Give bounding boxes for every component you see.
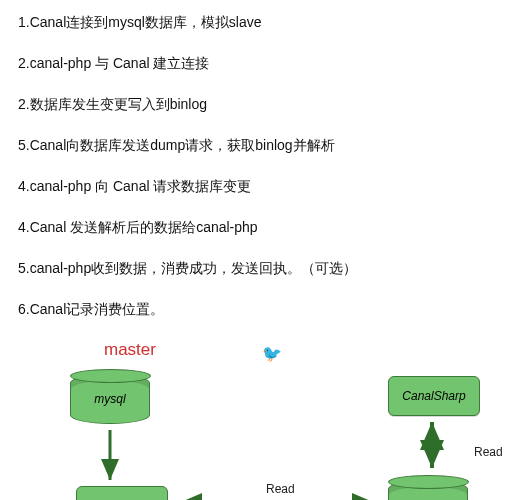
canal-node: Canal	[388, 480, 468, 500]
step-6: 4.Canal 发送解析后的数据给canal-php	[18, 217, 495, 238]
step-4: 5.Canal向数据库发送dump请求，获取binlog并解析	[18, 135, 495, 156]
step-7: 5.canal-php收到数据，消费成功，发送回执。（可选）	[18, 258, 495, 279]
mysql-node: mysql	[70, 374, 150, 424]
bird-icon: 🐦	[262, 344, 282, 363]
architecture-diagram: 🐦 master Slave mysql binlog CanalSharp C…	[18, 340, 495, 500]
master-label: master	[104, 340, 156, 360]
binlog-node: binlog	[76, 486, 168, 500]
step-3: 2.数据库发生变更写入到binlog	[18, 94, 495, 115]
canalsharp-node: CanalSharp	[388, 376, 480, 416]
step-1: 1.Canal连接到mysql数据库，模拟slave	[18, 12, 495, 33]
read-label-right: Read	[474, 445, 503, 459]
read-label-center: Read	[266, 482, 295, 496]
step-8: 6.Canal记录消费位置。	[18, 299, 495, 320]
canalsharp-node-label: CanalSharp	[402, 389, 465, 403]
step-2: 2.canal-php 与 Canal 建立连接	[18, 53, 495, 74]
mysql-node-label: mysql	[94, 392, 125, 406]
step-5: 4.canal-php 向 Canal 请求数据库变更	[18, 176, 495, 197]
